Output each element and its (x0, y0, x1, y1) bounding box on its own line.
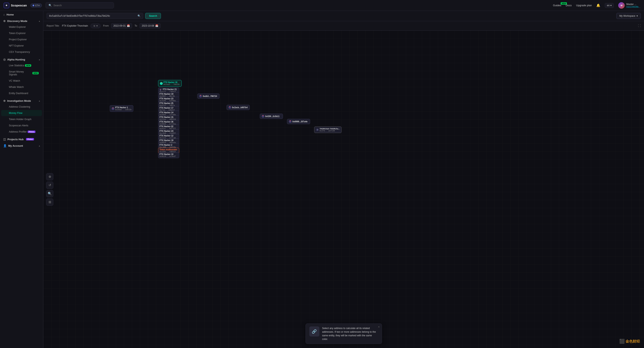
node-icon-16: 📍 (160, 82, 163, 85)
alpha-hunting-header[interactable]: ◎ Alpha Hunting ▴ (0, 56, 43, 62)
sidebar-item-wallet-explorer[interactable]: Wallet Explorer (1, 24, 42, 30)
node-icon-m2: 📍 (228, 106, 231, 109)
sidebar-item-token-holder-graph[interactable]: Token Holder Graph (1, 116, 42, 122)
watermark: ⬛ 金色财经 (619, 339, 640, 344)
from-label: From (103, 24, 109, 27)
report-title: FTX Exploiter Thorchain (62, 24, 88, 27)
discovery-mode-header[interactable]: ⊕ Discovery Mode ▴ (0, 17, 43, 24)
projects-hub-badge: Plutus (26, 138, 34, 140)
node-label-thor: THORchain THORcha... (320, 128, 340, 130)
node-icon-thor: ◎ (316, 128, 319, 131)
sidebar-projects-hub[interactable]: ◫ Projects Hub Plutus (0, 136, 43, 142)
node-thorchain[interactable]: ◎ THORchain THORcha... 0x37b...ad7148 (314, 127, 342, 133)
node-label-m4: 0x8999...207a4e (292, 121, 308, 123)
watermark-text: 金色财经 (626, 339, 640, 344)
node-0x1bcb[interactable]: 📍 0x1bcb...b957b4 (226, 105, 250, 110)
node-ftx-hacker-16[interactable]: 📍 FTX Hacker 16 0x5ab5...7b629c (158, 80, 182, 87)
avatar: M (618, 2, 625, 9)
toggle-select[interactable]: ⊙ ▾ (90, 24, 101, 28)
topnav-search-bar[interactable]: 🔍 (46, 2, 114, 9)
sidebar-section-alpha: ◎ Alpha Hunting ▴ Live Statistics NEW Sm… (0, 56, 43, 96)
smart-money-badge: NEW (32, 72, 39, 74)
address-input-container[interactable]: 🔍 (46, 13, 143, 19)
magnify-icon: 🔍 (138, 15, 140, 17)
sidebar-home[interactable]: ⌂ Home (0, 11, 43, 17)
home-icon: ⌂ (3, 13, 5, 16)
address-input[interactable] (49, 15, 136, 17)
search-button[interactable]: Search (145, 13, 161, 19)
graph-tools: ⊕ ↺ 🔍 ⊞ (46, 173, 53, 206)
lang-select[interactable]: en ▾ (605, 3, 614, 8)
sidebar-item-address-clustering[interactable]: Address Clustering (1, 104, 42, 110)
graph-canvas[interactable]: $6.6M $8.9M $8.5M $3.5M $3.5M $0.4M $0.9… (43, 31, 644, 348)
toolbar: 🔍 Search My Workspace ▾ (43, 11, 644, 21)
sidebar-item-whale-watch[interactable]: Whale Watch (1, 84, 42, 90)
sidebar-item-smart-money[interactable]: Smart Money Signals NEW (1, 69, 42, 78)
app-name: Scopescan (11, 4, 27, 7)
search-icon: 🔍 (48, 4, 52, 7)
node-label-1: FTX Hacker 1 (115, 106, 132, 109)
node-label-m2: 0x1bcb...b957b4 (232, 106, 248, 109)
upgrade-link[interactable]: Upgrade plan (576, 4, 592, 7)
discovery-label: Discovery Mode (7, 20, 28, 23)
docs-link[interactable]: Docs (566, 4, 572, 7)
node-0xf29f[interactable]: 📍 0xf29f...2c5b11 (260, 114, 283, 119)
user-name: Master ... (626, 3, 640, 6)
discovery-chevron: ▴ (39, 20, 40, 22)
expand-icon[interactable]: ⛶ (638, 24, 641, 28)
content: 🔍 Search My Workspace ▾ Report Title: FT… (43, 11, 644, 348)
workspace-button[interactable]: My Workspace ▾ (616, 13, 641, 19)
plutus-badge: Plutus (28, 131, 36, 133)
workspace-chevron: ▾ (636, 15, 638, 17)
node-icon-m1: 📍 (199, 95, 202, 98)
eth-badge[interactable]: ETH (30, 4, 42, 8)
eth-dot (32, 5, 34, 6)
tool-search-btn[interactable]: 🔍 (46, 190, 53, 197)
sidebar-item-vc-watch[interactable]: VC Watch (1, 78, 42, 84)
node-0x8999[interactable]: 📍 0x8999...207a4e (287, 119, 310, 124)
tool-export-btn[interactable]: ⊞ (46, 198, 53, 206)
sidebar-item-money-flow[interactable]: Money Flow (1, 110, 42, 116)
tooltip-close-button[interactable]: × (378, 325, 380, 328)
investigation-mode-header[interactable]: ⊛ Investigation Mode ▴ (0, 97, 43, 104)
node-0xdb3[interactable]: 📍 0xdb3...798724 (197, 94, 220, 99)
bell-icon[interactable]: 🔔 (596, 4, 600, 7)
home-label: Home (6, 13, 14, 16)
sidebar-item-project-explorer[interactable]: Project Explorer (1, 37, 42, 43)
toggle-icon: ⊙ (94, 25, 95, 27)
sidebar-item-scopescan-alerts[interactable]: Scopescan Alerts (1, 123, 42, 129)
node-ftx-hacker-1[interactable]: 📍 FTX Hacker 1 0x59ab...1d632b (110, 105, 133, 112)
alpha-icon: ◎ (3, 58, 6, 61)
user-details: Master ... 0xb134928b... (626, 3, 640, 8)
nav-links: Guides NEW Docs Upgrade plan 🔔 en ▾ M Ma… (553, 2, 640, 9)
node-icon-m3: 📍 (262, 115, 264, 118)
topnav-search-input[interactable] (53, 4, 111, 7)
from-date-picker[interactable]: 2022-09-01 📅 (111, 23, 132, 29)
node-addr-thor: 0x37b...ad7148 (320, 130, 340, 132)
tooltip-overlay: 🔗 Select any address to calculate all it… (306, 323, 382, 344)
projects-hub-label: Projects Hub (8, 138, 24, 141)
report-bar: Report Title: FTX Exploiter Thorchain ⊙ … (43, 21, 644, 31)
sidebar-item-cex-transparency[interactable]: CEX Transparency (1, 49, 42, 55)
alpha-chevron: ▴ (39, 59, 40, 61)
to-label: To (134, 24, 137, 27)
sidebar-item-live-statistics[interactable]: Live Statistics NEW (1, 63, 42, 69)
calendar-from-icon: 📅 (127, 24, 130, 27)
sidebar-my-account[interactable]: 👤 My Account ▴ (0, 142, 43, 149)
sidebar-item-nft-explorer[interactable]: NFT Explorer (1, 43, 42, 49)
graph-background (43, 31, 644, 348)
tooltip-image: 🔗 (309, 326, 320, 336)
sidebar-item-address-profiler[interactable]: Address Profiler Plutus (1, 129, 42, 135)
guides-link[interactable]: Guides NEW (553, 4, 561, 7)
node-ftx-hacker-10[interactable]: FTX Hacker 10 0x9b10...dc9b47 (158, 152, 179, 158)
tool-target-btn[interactable]: ⊕ (46, 173, 53, 180)
live-stats-badge: NEW (25, 64, 31, 67)
node-addr-1: 0x59ab...1d632b (115, 109, 132, 111)
tool-refresh-btn[interactable]: ↺ (46, 182, 53, 189)
main-layout: ⌂ Home ⊕ Discovery Mode ▴ Wallet Explore… (0, 11, 644, 348)
sidebar-item-entity-dashboard[interactable]: Entity Dashboard (1, 90, 42, 96)
to-date-picker[interactable]: 2023-10-08 📅 (140, 23, 160, 29)
sidebar-item-token-explorer[interactable]: Token Explorer (1, 30, 42, 36)
account-icon: 👤 (3, 144, 7, 147)
watermark-icon: ⬛ (619, 339, 625, 344)
